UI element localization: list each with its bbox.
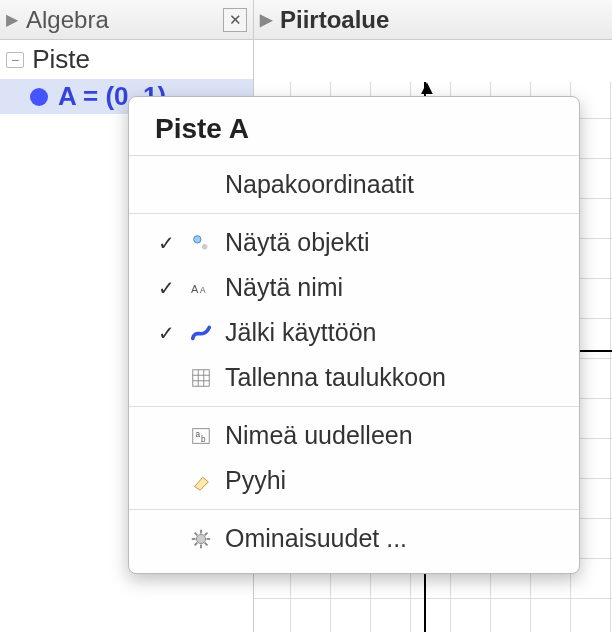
- menu-trace-on[interactable]: ✓ Jälki käyttöön: [129, 310, 579, 355]
- checkmark-icon: ✓: [155, 231, 177, 255]
- menu-polar-coordinates[interactable]: Napakoordinaatit: [129, 162, 579, 207]
- svg-rect-4: [193, 369, 210, 386]
- menu-record-to-spreadsheet[interactable]: Tallenna taulukkoon: [129, 355, 579, 400]
- context-menu: Piste A Napakoordinaatit ✓ Näytä objekti…: [128, 96, 580, 574]
- menu-properties[interactable]: Ominaisuudet ...: [129, 516, 579, 561]
- algebra-panel-header[interactable]: ▶ Algebra ✕: [0, 0, 254, 40]
- menu-rename[interactable]: ab Nimeä uudelleen: [129, 413, 579, 458]
- menu-label: Nimeä uudelleen: [225, 421, 413, 450]
- spreadsheet-icon: [189, 366, 213, 390]
- graph-panel-header[interactable]: ▶ Piirtoalue: [254, 0, 612, 40]
- menu-delete[interactable]: Pyyhi: [129, 458, 579, 503]
- blank-icon: [189, 173, 213, 197]
- y-axis-arrow-icon: ▲: [417, 82, 437, 92]
- label-aa-icon: AA: [189, 276, 213, 300]
- menu-label: Näytä objekti: [225, 228, 370, 257]
- algebra-title: Algebra: [26, 6, 223, 34]
- svg-text:a: a: [196, 429, 201, 438]
- trace-icon: [189, 321, 213, 345]
- collapse-triangle-icon: ▶: [260, 10, 272, 29]
- eraser-icon: [189, 469, 213, 493]
- svg-line-18: [205, 542, 208, 545]
- checkmark-icon: ✓: [155, 321, 177, 345]
- collapse-triangle-icon: ▶: [6, 10, 18, 29]
- svg-text:A: A: [191, 282, 199, 294]
- menu-label: Pyyhi: [225, 466, 286, 495]
- menu-label: Näytä nimi: [225, 273, 343, 302]
- menu-label: Tallenna taulukkoon: [225, 363, 446, 392]
- svg-text:A: A: [200, 285, 206, 294]
- svg-line-19: [195, 542, 198, 545]
- gear-icon: [189, 527, 213, 551]
- show-object-icon: [189, 231, 213, 255]
- menu-label: Napakoordinaatit: [225, 170, 414, 199]
- svg-point-0: [194, 235, 201, 242]
- svg-point-1: [202, 243, 208, 249]
- svg-line-20: [205, 532, 208, 535]
- menu-label: Jälki käyttöön: [225, 318, 376, 347]
- checkmark-icon: ✓: [155, 276, 177, 300]
- rename-icon: ab: [189, 424, 213, 448]
- svg-text:b: b: [201, 435, 206, 444]
- tree-category[interactable]: − Piste: [0, 40, 253, 79]
- menu-label: Ominaisuudet ...: [225, 524, 407, 553]
- point-visibility-dot-icon[interactable]: [30, 88, 48, 106]
- menu-show-label[interactable]: ✓ AA Näytä nimi: [129, 265, 579, 310]
- svg-point-12: [196, 534, 205, 543]
- close-icon[interactable]: ✕: [223, 8, 247, 32]
- menu-title: Piste A: [129, 103, 579, 156]
- category-label: Piste: [32, 44, 90, 75]
- collapse-icon[interactable]: −: [6, 52, 24, 68]
- svg-line-17: [195, 532, 198, 535]
- graph-title: Piirtoalue: [280, 6, 606, 34]
- menu-show-object[interactable]: ✓ Näytä objekti: [129, 220, 579, 265]
